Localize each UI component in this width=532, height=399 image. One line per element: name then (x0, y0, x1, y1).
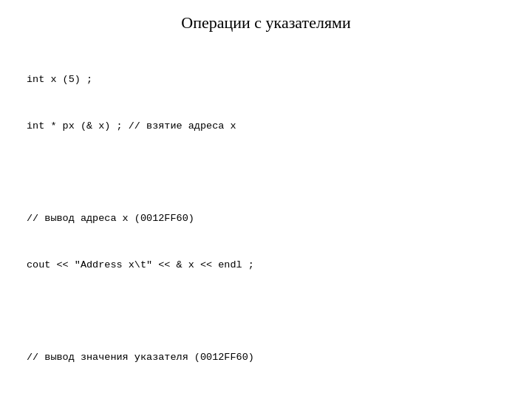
code-line: int x (5) ; (27, 72, 505, 88)
code-line-empty (27, 165, 505, 180)
page-title: Операции с указателями (0, 0, 532, 41)
code-block: int x (5) ; int * px (& x) ; // взятие а… (0, 41, 532, 399)
code-line: // вывод адреса x (0012FF60) (27, 211, 505, 227)
code-line: int * px (& x) ; // взятие адреса x (27, 119, 505, 134)
code-line: cout << "Address x\t" << & x << endl ; (27, 258, 505, 273)
code-line: // вывод значения указателя (0012FF60) (27, 350, 505, 366)
code-line-empty (27, 304, 505, 320)
